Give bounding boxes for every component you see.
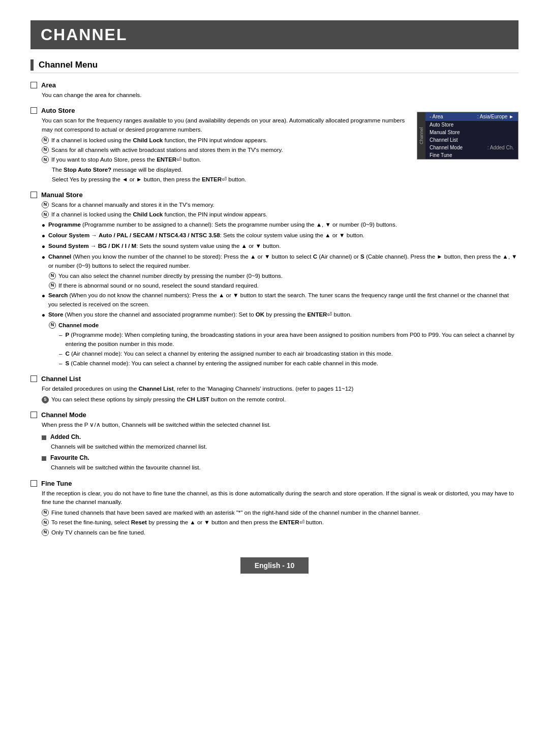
- area-checkbox: [30, 82, 37, 88]
- menu-item-channel-list: Channel List: [425, 136, 518, 144]
- auto-store-content: You can scan for the frequency ranges av…: [42, 116, 407, 184]
- ms-cn-icon-2: N: [49, 282, 56, 289]
- section-heading: Channel Menu: [39, 60, 98, 70]
- top-area: Area You can change the area for channel…: [30, 81, 518, 191]
- manual-store-content: N Scans for a channel manually and store…: [42, 201, 518, 368]
- ms-note-icon-2: N: [42, 211, 49, 218]
- ms-cm-s: – S (Cable channel mode): You can select…: [59, 359, 518, 368]
- added-ch-header: Added Ch.: [42, 432, 518, 442]
- fine-tune-section: Fine Tune If the reception is clear, you…: [30, 480, 518, 537]
- auto-store-checkbox: [30, 107, 37, 114]
- ms-bullet-2: ● Colour System → Auto / PAL / SECAM / N…: [42, 231, 518, 240]
- fine-tune-title: Fine Tune: [41, 480, 72, 487]
- menu-channel-label: Channel: [417, 112, 425, 159]
- added-ch-icon: [42, 435, 46, 440]
- ms-bullet-3: ● Sound System → BG / DK / I / M: Sets t…: [42, 242, 518, 251]
- ms-bullet-4: ● Channel (When you know the number of t…: [42, 253, 518, 270]
- ft-note-icon-3: N: [42, 529, 49, 536]
- section-title: Channel Menu: [30, 59, 518, 73]
- ms-note-1: N Scans for a channel manually and store…: [42, 201, 518, 209]
- menu-item-manual-store: Manual Store: [425, 129, 518, 136]
- favourite-ch-icon: [42, 456, 46, 461]
- auto-store-sub-2: Select Yes by pressing the ◄ or ► button…: [52, 175, 407, 184]
- channel-mode-section: Channel Mode When press the P ∨/∧ button…: [30, 411, 518, 472]
- channel-mode-checkbox: [30, 412, 37, 418]
- ft-note-icon-2: N: [42, 519, 49, 526]
- auto-store-note-2: N Scans for all channels with active bro…: [42, 146, 407, 154]
- menu-header-right: : Asia/Europe ►: [477, 114, 514, 119]
- ms-cn-2: N If there is abnormal sound or no sound…: [49, 281, 518, 290]
- added-ch-block: Added Ch. Channels will be switched with…: [42, 432, 518, 451]
- page-title: CHANNEL: [41, 25, 508, 44]
- channel-list-title: Channel List: [41, 375, 81, 383]
- page-title-banner: CHANNEL: [30, 20, 518, 49]
- ms-channel-mode-block: N Channel mode – P (Programme mode): Whe…: [49, 321, 518, 368]
- favourite-ch-block: Favourite Ch. Channels will be switched …: [42, 453, 518, 472]
- added-ch-content: Channels will be switched within the mem…: [51, 443, 518, 451]
- ft-note-2: N To reset the fine-tuning, select Reset…: [42, 518, 518, 527]
- menu-header-left: - Area: [430, 114, 443, 119]
- added-ch-title: Added Ch.: [50, 432, 81, 442]
- auto-store-note-1: N If a channel is locked using the Child…: [42, 136, 407, 145]
- ms-cn-icon-1: N: [49, 272, 56, 279]
- note-icon-2: N: [42, 146, 49, 153]
- channel-mode-content: When press the P ∨/∧ button, Channels wi…: [42, 421, 518, 472]
- menu-items-list: - Area : Asia/Europe ► Auto Store Manual…: [425, 112, 518, 159]
- ms-cm-p: – P (Programme mode): When completing tu…: [59, 331, 518, 349]
- menu-item-channel-mode: Channel Mode : Added Ch.: [425, 144, 518, 151]
- favourite-ch-title: Favourite Ch.: [50, 453, 89, 462]
- area-header: Area: [30, 81, 407, 89]
- note-icon-1: N: [42, 137, 49, 144]
- ms-cm-c: – C (Air channel mode): You can select a…: [59, 350, 518, 358]
- note-icon-3: N: [42, 156, 49, 163]
- ms-cm-icon: N: [49, 322, 56, 329]
- ft-note-icon-1: N: [42, 509, 49, 516]
- channel-list-icon: 5: [42, 396, 49, 403]
- area-title: Area: [41, 81, 56, 89]
- ms-note-2: N If a channel is locked using the Child…: [42, 210, 518, 219]
- channel-list-header: Channel List: [30, 375, 518, 383]
- auto-store-note-3: N If you want to stop Auto Store, press …: [42, 155, 407, 164]
- ms-bullet-6: ● Store (When you store the channel and …: [42, 310, 518, 320]
- fine-tune-checkbox: [30, 480, 37, 487]
- auto-store-sub-1: The Stop Auto Store? message will be dis…: [52, 166, 407, 174]
- channel-list-section: Channel List For detailed procedures on …: [30, 375, 518, 404]
- ms-note-icon-1: N: [42, 201, 49, 208]
- favourite-ch-content: Channels will be switched within the fav…: [51, 463, 518, 472]
- section-title-bar: [30, 59, 34, 71]
- menu-item-auto-store: Auto Store: [425, 121, 518, 129]
- manual-store-title: Manual Store: [41, 191, 83, 199]
- ms-bullet-5: ● Search (When you do not know the chann…: [42, 291, 518, 309]
- top-left: Area You can change the area for channel…: [30, 81, 407, 191]
- ms-bullet-1: ● Programme (Programme number to be assi…: [42, 220, 518, 230]
- area-section: Area You can change the area for channel…: [30, 81, 407, 100]
- menu-header-row: - Area : Asia/Europe ►: [425, 112, 518, 121]
- manual-store-header: Manual Store: [30, 191, 518, 199]
- ms-channel-notes: N You can also select the channel number…: [49, 272, 518, 291]
- ms-cn-1: N You can also select the channel number…: [49, 272, 518, 280]
- auto-store-title: Auto Store: [41, 107, 75, 114]
- favourite-ch-header: Favourite Ch.: [42, 453, 518, 462]
- ft-note-1: N Fine tuned channels that have been sav…: [42, 509, 518, 517]
- channel-mode-title: Channel Mode: [41, 411, 86, 419]
- footer-badge: English - 10: [240, 557, 309, 574]
- area-content: You can change the area for channels.: [42, 91, 407, 100]
- ms-cm-items: – P (Programme mode): When completing tu…: [59, 331, 518, 368]
- fine-tune-header: Fine Tune: [30, 480, 518, 487]
- channel-list-checkbox: [30, 375, 37, 382]
- ms-cm-note: N Channel mode: [49, 321, 518, 330]
- fine-tune-content: If the reception is clear, you do not ha…: [42, 489, 518, 537]
- channel-mode-header: Channel Mode: [30, 411, 518, 419]
- channel-list-note: 5 You can select these options by simply…: [42, 395, 518, 404]
- menu-screenshot-container: Channel - Area : Asia/Europe ► Auto Stor…: [417, 112, 518, 191]
- menu-screenshot: Channel - Area : Asia/Europe ► Auto Stor…: [417, 112, 518, 160]
- channel-list-content: For detailed procedures on using the Cha…: [42, 385, 518, 404]
- footer: English - 10: [30, 557, 518, 574]
- manual-store-checkbox: [30, 192, 37, 198]
- auto-store-section: Auto Store You can scan for the frequenc…: [30, 107, 407, 184]
- auto-store-header: Auto Store: [30, 107, 407, 114]
- ft-note-3: N Only TV channels can be fine tuned.: [42, 528, 518, 537]
- menu-item-fine-tune: Fine Tune: [425, 151, 518, 159]
- manual-store-section: Manual Store N Scans for a channel manua…: [30, 191, 518, 368]
